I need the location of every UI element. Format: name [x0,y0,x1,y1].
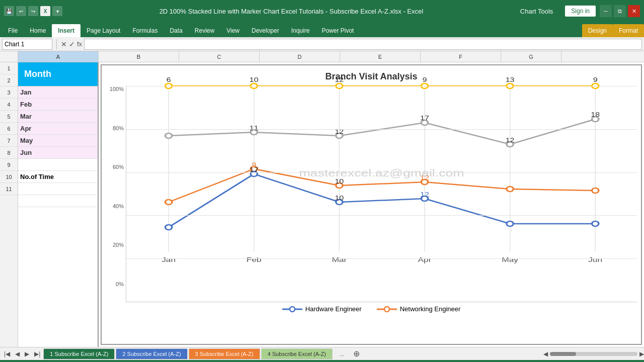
redo-icon[interactable]: ↪ [28,6,38,16]
sheet-tab-2[interactable]: 2 Subscribe Excel (A-Z) [116,348,187,359]
series3-line [169,119,595,144]
scrollbar-track[interactable] [550,352,637,356]
right-panel: + ✏ ▽ [642,75,644,120]
window-controls: ─ ⧉ ✕ [600,5,640,17]
name-box[interactable] [2,39,52,50]
svg-point-9 [384,307,389,312]
tab-inquire[interactable]: Inquire [285,24,316,37]
sheet-tab-1[interactable]: 1 Subscribe Excel (A-Z) [43,348,115,359]
row-num-2: 2 [0,74,18,86]
cell-jun[interactable]: Jun [18,147,98,159]
s3-label-jun: 18 [591,111,600,118]
chart-inner: Branch Visit Analysis 100% 80% 60% 40% 2… [102,65,641,344]
s1-marker-jun [592,221,599,226]
s4-label-apr: 9 [423,76,427,83]
chart-container[interactable]: Branch Visit Analysis 100% 80% 60% 40% 2… [101,64,642,345]
quick-access-toolbar: 💾 ↩ ↪ X ▾ [4,6,62,16]
legend-hardware-label: Hardware Engineer [305,305,362,313]
chart-tools-label: Chart Tools [520,8,553,15]
grid-line-40 [126,215,637,216]
tab-insert[interactable]: Insert [52,24,80,37]
cell-apr[interactable]: Apr [18,123,98,135]
formula-icons: ✕ ✓ fx [61,40,82,48]
row-num-8: 8 [0,147,18,159]
cell-jan[interactable]: Jan [18,86,98,99]
sheet-nav-prev[interactable]: ◀ [13,350,22,357]
save-icon[interactable]: 💾 [4,6,14,16]
formula-input[interactable] [84,39,642,50]
s2-marker-jan [165,200,172,205]
s4-label-may: 13 [506,76,515,83]
month-header-cell[interactable]: Month [18,62,98,86]
title-bar: 💾 ↩ ↪ X ▾ 2D 100% Stacked Line with Mark… [0,0,644,22]
x-label-may: May [502,256,518,263]
s3-label-apr: 17 [420,115,429,122]
chart-legend: Hardware Engineer Networking Engineer [106,302,637,316]
y-label-60: 60% [106,164,124,170]
col-header-a[interactable]: A [18,51,99,62]
sheet-tab-more[interactable]: ... [334,348,350,359]
cell-may[interactable]: May [18,135,98,147]
tab-page-layout[interactable]: Page Layout [80,24,126,37]
column-headers: A B C D E F G [0,51,644,62]
tab-file[interactable]: File [2,24,24,37]
mar-label: Mar [20,113,32,120]
tab-view[interactable]: View [220,24,246,37]
tab-design[interactable]: Design [582,24,613,37]
cell-feb[interactable]: Feb [18,99,98,111]
close-button[interactable]: ✕ [628,5,640,17]
scroll-right-icon[interactable]: ▶ [639,350,644,357]
sheet-nav-last[interactable]: ▶| [32,350,42,357]
tab-format[interactable]: Format [613,24,644,37]
s1-label-mar: 10 [335,195,344,202]
minimize-button[interactable]: ─ [600,5,612,17]
sheet-tab-3[interactable]: 3 Subscribe Excel (A-Z) [189,348,260,359]
cell-a11[interactable] [18,195,98,207]
cancel-formula-icon[interactable]: ✕ [61,40,67,48]
col-header-g[interactable]: G [501,51,561,62]
s1-marker-jan [165,225,172,230]
undo-icon[interactable]: ↩ [16,6,26,16]
col-header-f[interactable]: F [421,51,501,62]
feb-label: Feb [20,101,32,108]
x-label-jan: Jan [162,256,176,263]
tab-home[interactable]: Home [24,24,52,37]
customize-icon[interactable]: ▾ [52,6,62,16]
scroll-left-icon[interactable]: ◀ [543,350,548,357]
sheet-tab-4[interactable]: 4 Subscribe Excel (A-Z) [261,348,333,359]
sheet-nav-next[interactable]: ▶ [23,350,31,357]
row-num-5: 5 [0,111,18,123]
restore-button[interactable]: ⧉ [614,5,626,17]
row-num-11: 11 [0,183,18,195]
tab-developer[interactable]: Developer [246,24,285,37]
tab-power-pivot[interactable]: Power Pivot [315,24,360,37]
confirm-formula-icon[interactable]: ✓ [69,40,75,48]
cell-notimes[interactable]: No.of Time [18,171,98,183]
s4-label-feb: 10 [250,76,259,83]
sheet-nav-first[interactable]: |◀ [2,350,12,357]
col-header-c[interactable]: C [179,51,260,62]
s4-label-jan: 6 [167,76,171,83]
insert-function-icon[interactable]: fx [77,40,82,48]
scrollbar-thumb[interactable] [550,352,576,356]
col-header-b[interactable]: B [99,51,179,62]
s3-label-may: 12 [506,137,515,144]
tab-data[interactable]: Data [164,24,188,37]
month-label: Month [24,69,51,79]
cell-mar[interactable]: Mar [18,111,98,123]
x-label-apr: Apr [418,256,431,263]
tab-formulas[interactable]: Formulas [126,24,164,37]
may-label: May [20,137,33,144]
grid-area: 1 2 3 4 5 6 7 8 9 10 11 Month Jan Feb Ma… [0,62,644,347]
cell-a8[interactable] [18,159,98,171]
col-header-d[interactable]: D [260,51,340,62]
cell-a10[interactable] [18,183,98,195]
sheet-add-button[interactable]: ⊕ [353,349,360,358]
horizontal-scrollbar[interactable]: ◀ ▶ [543,350,644,357]
y-label-40: 40% [106,203,124,209]
col-header-e[interactable]: E [340,51,421,62]
tab-review[interactable]: Review [189,24,220,37]
sign-in-button[interactable]: Sign in [565,6,596,17]
y-label-20: 20% [106,242,124,248]
grid-line-20 [126,258,637,259]
